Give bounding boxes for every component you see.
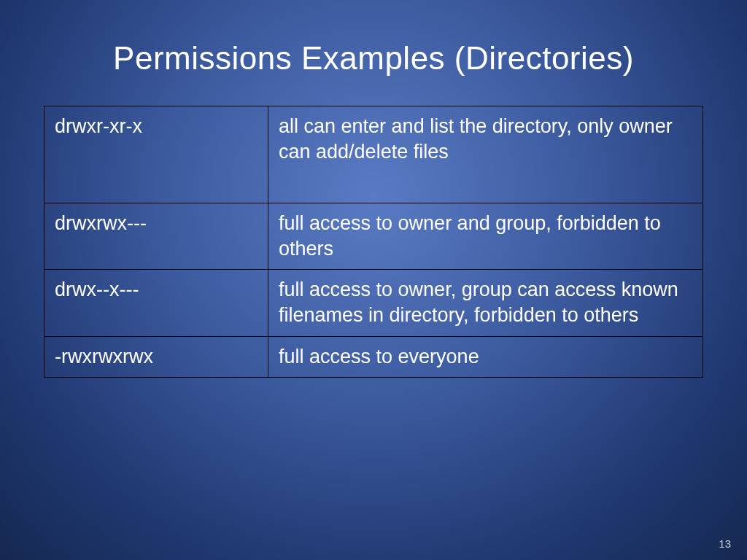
table-row: drwxrwx--- full access to owner and grou… xyxy=(44,203,703,270)
page-number: 13 xyxy=(719,537,731,550)
permission-cell: -rwxrwxrwx xyxy=(44,336,268,377)
permission-cell: drwxrwx--- xyxy=(44,203,268,270)
table-row: drwxr-xr-x all can enter and list the di… xyxy=(44,106,703,203)
description-cell: full access to owner and group, forbidde… xyxy=(268,203,703,270)
permission-cell: drwxr-xr-x xyxy=(44,106,268,203)
permission-cell: drwx--x--- xyxy=(44,270,268,336)
slide-title: Permissions Examples (Directories) xyxy=(0,0,747,106)
table-row: drwx--x--- full access to owner, group c… xyxy=(44,270,703,336)
description-cell: all can enter and list the directory, on… xyxy=(268,106,703,203)
permissions-table: drwxr-xr-x all can enter and list the di… xyxy=(44,106,703,378)
description-cell: full access to everyone xyxy=(268,336,703,377)
permissions-table-container: drwxr-xr-x all can enter and list the di… xyxy=(44,106,703,378)
table-row: -rwxrwxrwx full access to everyone xyxy=(44,336,703,377)
description-cell: full access to owner, group can access k… xyxy=(268,270,703,336)
